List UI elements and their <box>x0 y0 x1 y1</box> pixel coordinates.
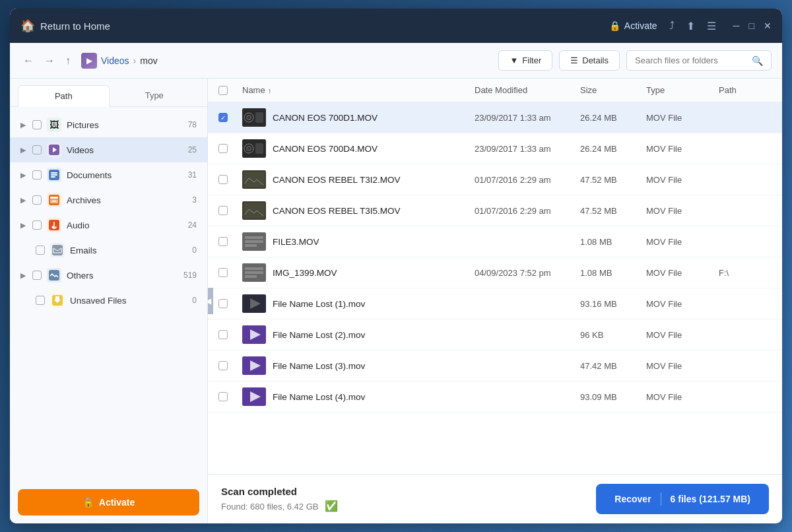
title-bar-right: 🔒 Activate ⤴ ⬆ ☰ ─ □ ✕ <box>609 20 772 32</box>
scan-title: Scan completed <box>221 486 596 497</box>
details-button[interactable]: ☰ Details <box>559 50 620 71</box>
checkbox-audio[interactable] <box>32 220 42 230</box>
row-checkbox-7[interactable] <box>218 299 228 308</box>
file-name-10: File Name Lost (4).mov <box>273 392 365 402</box>
row-checkbox-5[interactable] <box>218 237 228 246</box>
checkbox-videos[interactable] <box>32 145 42 154</box>
row-checkbox-6[interactable] <box>218 268 228 277</box>
search-box[interactable]: 🔍 <box>626 50 772 71</box>
col-header-date[interactable]: Date Modified <box>475 85 580 95</box>
activate-title-button[interactable]: 🔒 Activate <box>609 20 657 31</box>
sidebar-item-archives[interactable]: ▶ Archives 3 <box>10 187 207 213</box>
table-row[interactable]: CANON EOS 700D4.MOV 23/09/2017 1:33 am 2… <box>208 133 782 164</box>
checkbox-unsaved[interactable] <box>36 296 45 305</box>
sidebar-label-pictures: Pictures <box>67 120 183 130</box>
archives-icon <box>47 193 61 207</box>
tab-type[interactable]: Type <box>110 85 200 106</box>
title-bar-title[interactable]: Return to Home <box>40 20 110 32</box>
list-icon: ☰ <box>570 55 578 65</box>
recover-button[interactable]: Recover 6 files (121.57 MB) <box>596 484 769 514</box>
svg-rect-24 <box>255 143 263 154</box>
file-type-7: MOV File <box>646 299 719 309</box>
sidebar-item-unsaved[interactable]: Unsaved Files 0 <box>10 288 207 313</box>
file-list-container: ◀ Name ↑ Date Modified Size <box>208 79 782 523</box>
sidebar-count-unsaved: 0 <box>192 296 197 305</box>
file-thumb-4 <box>242 201 266 220</box>
file-name-cell-9: File Name Lost (3).mov <box>242 356 475 375</box>
row-checkbox-1[interactable]: ✓ <box>218 113 228 122</box>
close-button[interactable]: ✕ <box>764 20 772 31</box>
checkbox-archives[interactable] <box>32 195 42 205</box>
sidebar-item-emails[interactable]: Emails 0 <box>10 238 207 263</box>
row-checkbox-9[interactable] <box>218 361 228 370</box>
col-header-type[interactable]: Type <box>646 85 719 95</box>
filter-button[interactable]: ▼ Filter <box>498 50 552 71</box>
file-name-1: CANON EOS 700D1.MOV <box>273 113 378 123</box>
table-row[interactable]: File Name Lost (3).mov 47.42 MB MOV File <box>208 350 782 382</box>
back-button[interactable]: ← <box>20 52 36 69</box>
expand-arrow-audio: ▶ <box>20 221 26 230</box>
col-header-path[interactable]: Path <box>719 85 772 95</box>
file-date-6: 04/09/2023 7:52 pm <box>475 268 580 278</box>
sidebar-item-videos[interactable]: ▶ Videos 25 <box>10 137 207 162</box>
upload-icon[interactable]: ⬆ <box>686 20 695 32</box>
file-thumb-10 <box>242 387 266 406</box>
up-button[interactable]: ↑ <box>63 52 73 69</box>
sidebar-item-others[interactable]: ▶ Others 519 <box>10 263 207 288</box>
checkbox-documents[interactable] <box>32 170 42 180</box>
svg-point-23 <box>248 147 250 150</box>
table-row[interactable]: File Name Lost (1).mov 93.16 MB MOV File <box>208 288 782 319</box>
videos-folder-icon: ▶ <box>81 53 97 69</box>
activate-sidebar-button[interactable]: 🔒 Activate <box>18 489 199 515</box>
file-name-4: CANON EOS REBEL T3I5.MOV <box>273 206 401 216</box>
main-area: Path Type ▶ 🖼 Pictures 78 ▶ <box>10 79 782 523</box>
file-size-1: 26.24 MB <box>580 113 646 123</box>
table-row[interactable]: File Name Lost (4).mov 93.09 MB MOV File <box>208 382 782 413</box>
select-all-checkbox[interactable] <box>218 86 228 95</box>
nav-actions: ▼ Filter ☰ Details 🔍 <box>498 50 772 71</box>
share-icon[interactable]: ⤴ <box>669 20 675 32</box>
table-row[interactable]: FILE3.MOV 1.08 MB MOV File <box>208 226 782 257</box>
col-header-name[interactable]: Name ↑ <box>242 85 475 95</box>
file-table-header: Name ↑ Date Modified Size Type Path <box>208 79 782 102</box>
search-icon: 🔍 <box>752 55 763 66</box>
maximize-button[interactable]: □ <box>749 20 754 31</box>
row-checkbox-3[interactable] <box>218 175 228 184</box>
table-row[interactable]: IMG_1399.MOV 04/09/2023 7:52 pm 1.08 MB … <box>208 257 782 288</box>
checkbox-pictures[interactable] <box>32 120 42 129</box>
table-row[interactable]: CANON EOS REBEL T3I5.MOV 01/07/2016 2:29… <box>208 195 782 226</box>
sidebar-item-documents[interactable]: ▶ Documents 31 <box>10 162 207 187</box>
file-path-6: F:\ <box>719 268 772 278</box>
breadcrumb-videos[interactable]: Videos <box>101 55 129 66</box>
file-name-cell-6: IMG_1399.MOV <box>242 263 475 282</box>
expand-arrow-documents: ▶ <box>20 171 26 180</box>
search-input[interactable] <box>635 55 746 65</box>
file-thumb-9 <box>242 356 266 375</box>
file-thumb-1 <box>242 108 266 127</box>
file-list: Name ↑ Date Modified Size Type Path <box>208 79 782 474</box>
col-header-size[interactable]: Size <box>580 85 646 95</box>
checkbox-others[interactable] <box>32 271 42 280</box>
sidebar-item-pictures[interactable]: ▶ 🖼 Pictures 78 <box>10 112 207 137</box>
sidebar-collapse-button[interactable]: ◀ <box>208 288 213 314</box>
table-row[interactable]: CANON EOS REBEL T3I2.MOV 01/07/2016 2:29… <box>208 164 782 195</box>
sidebar-item-audio[interactable]: ▶ Audio 24 <box>10 213 207 238</box>
sidebar-label-audio: Audio <box>67 220 183 230</box>
row-checkbox-10[interactable] <box>218 392 228 401</box>
file-type-3: MOV File <box>646 175 719 185</box>
forward-button[interactable]: → <box>42 52 57 69</box>
checkbox-emails[interactable] <box>36 246 45 255</box>
sidebar-label-emails: Emails <box>70 246 187 255</box>
tab-path[interactable]: Path <box>18 85 110 107</box>
minimize-button[interactable]: ─ <box>733 20 740 31</box>
svg-rect-31 <box>245 240 263 243</box>
row-checkbox-2[interactable] <box>218 144 228 153</box>
sidebar-count-emails: 0 <box>192 246 197 255</box>
row-checkbox-8[interactable] <box>218 330 228 339</box>
table-row[interactable]: ✓ CANON EOS 700D1.MOV 23/09/2017 1:33 am… <box>208 102 782 133</box>
row-checkbox-4[interactable] <box>218 206 228 215</box>
table-row[interactable]: File Name Lost (2).mov 96 KB MOV File <box>208 319 782 350</box>
file-thumb-7 <box>242 294 266 313</box>
menu-icon[interactable]: ☰ <box>707 20 716 32</box>
scan-detail: Found: 680 files, 6.42 GB ✅ <box>221 500 596 512</box>
